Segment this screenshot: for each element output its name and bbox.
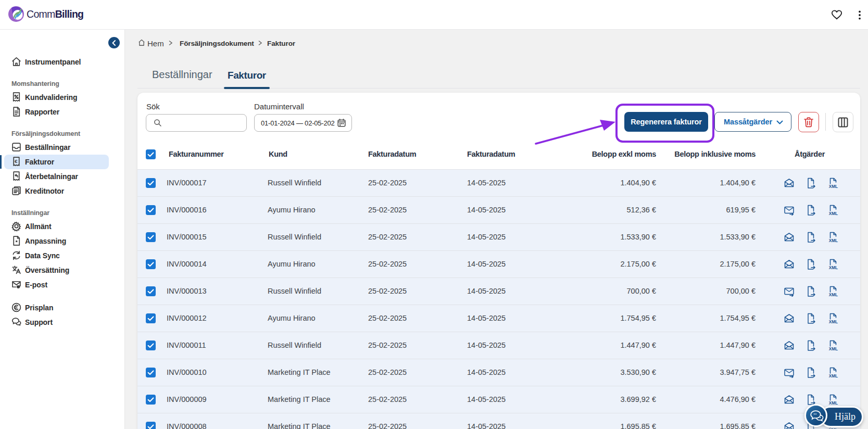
svg-text:XML: XML [829,238,838,243]
svg-text:XML: XML [829,320,838,324]
svg-text:XML: XML [829,401,838,405]
svg-text:XML: XML [829,266,838,270]
svg-text:XML: XML [829,374,838,378]
svg-text:XML: XML [829,347,838,351]
svg-text:XML: XML [829,184,838,188]
svg-text:XML: XML [829,211,838,216]
svg-text:XML: XML [829,293,838,297]
svg-text:€: € [15,158,18,164]
